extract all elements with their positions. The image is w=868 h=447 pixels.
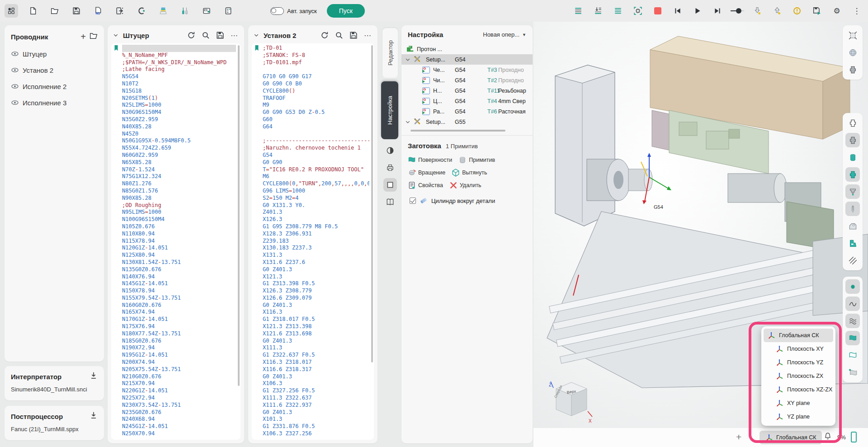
part-outline-icon[interactable] (845, 116, 860, 130)
code-line[interactable]: N55X4.724Z2.659 (122, 145, 236, 152)
zoom-in-button[interactable]: + (736, 432, 741, 442)
code-line[interactable]: X121.3 (263, 273, 369, 281)
code-line[interactable]: G0 Z401.3 (263, 373, 369, 381)
expand-chevron-icon[interactable] (405, 57, 410, 62)
vertical-scrollbar[interactable] (238, 45, 240, 386)
machine-teal-icon[interactable] (845, 236, 860, 250)
new-file-icon[interactable] (26, 4, 40, 18)
code-line[interactable]: G60 (263, 116, 369, 123)
code-line[interactable]: N175X76.94 (122, 323, 236, 330)
code-line[interactable] (263, 131, 369, 138)
code-line[interactable]: N135G0Z0.676 (122, 266, 236, 273)
code-line[interactable]: N205X75.54Z-13.751 (122, 366, 236, 373)
code-line[interactable]: N125X80.94 (122, 252, 236, 259)
code-line[interactable]: G0 G90 G53 D0 Z-0.5 (263, 109, 369, 116)
code-line[interactable]: N50G1G95X-0.594M8F0.5 (122, 137, 236, 145)
nc-file-icon[interactable] (91, 4, 105, 18)
horizontal-scrollbar[interactable] (410, 130, 505, 132)
code-line[interactable]: N235G0Z0.676 (122, 409, 236, 416)
gcode-text[interactable]: ;TD-01;STANOK: FS-8;TD-0101.mpf G710 G0 … (263, 45, 369, 439)
code-line[interactable]: N25LIMS=1000 (122, 102, 236, 109)
code-line[interactable]: CYCLE800() (263, 88, 369, 95)
drill-icon[interactable] (845, 202, 860, 216)
notifications-bell-icon[interactable] (824, 432, 832, 442)
code-line[interactable]: X126.6 Z309.079 (263, 295, 369, 302)
code-line[interactable]: N185G0Z0.676 (122, 338, 236, 345)
code-line[interactable]: Z239.183 (263, 238, 369, 245)
book-icon[interactable] (383, 195, 397, 209)
code-line[interactable]: N80Z1.276 (122, 180, 236, 188)
view-cube[interactable]: Верх Спереди Z X (549, 379, 594, 428)
goto-line-icon[interactable] (591, 4, 605, 18)
code-line[interactable]: X111.6 Z322.937 (263, 402, 369, 409)
square-icon[interactable] (383, 178, 397, 192)
gear-frame-icon[interactable] (631, 4, 645, 18)
list-panel-icon[interactable] (222, 4, 235, 18)
wave-icon[interactable] (845, 296, 860, 311)
visibility-eye-icon[interactable] (11, 99, 19, 107)
code-line[interactable]: N200X74.94 (122, 359, 236, 366)
coordinate-system-button[interactable]: Глобальная СК (760, 431, 822, 444)
cs-menu-item[interactable]: Плоскость XZ-ZX (764, 383, 833, 396)
code-line[interactable]: G54 (263, 152, 369, 159)
code-line[interactable]: N170G1Z-14.051 (122, 316, 236, 323)
tab-settings[interactable]: Настройка (381, 81, 398, 139)
save-run-icon[interactable] (810, 4, 824, 18)
explorer-item[interactable]: Исполнение 2 (11, 82, 98, 90)
code-line[interactable]: G64 (263, 123, 369, 131)
printer-icon[interactable] (383, 161, 397, 174)
add-item-button[interactable]: + (77, 32, 90, 41)
operation-row[interactable]: GН...G54T#11Резьбонар (401, 85, 533, 96)
visibility-eye-icon[interactable] (11, 50, 19, 58)
regenerate-icon[interactable] (320, 30, 330, 40)
upload-warning-icon[interactable] (770, 4, 784, 18)
code-line[interactable]: G1 Z313.398 F0.5 (263, 280, 369, 287)
flag-outline-icon[interactable] (845, 348, 860, 362)
code-line[interactable]: N85G0Z1.576 (122, 188, 236, 195)
auto-run-toggle[interactable] (270, 7, 284, 15)
stock-flag-teal-button[interactable]: Поверхности (408, 156, 452, 164)
more-options-icon[interactable]: ⋯ (363, 30, 372, 41)
code-line[interactable]: G0 G90 (263, 159, 369, 166)
code-line[interactable]: X106.3 Z327.256 (263, 430, 369, 438)
cs-menu-item[interactable]: XY plane (764, 396, 833, 410)
code-line[interactable]: G1 Z318.017 F0.5 (263, 316, 369, 323)
play-icon[interactable] (691, 4, 704, 18)
code-line[interactable]: G0 Z401.3 (263, 266, 369, 273)
visibility-eye-icon[interactable] (11, 66, 19, 74)
code-line[interactable]: N30G96S150M4 (122, 109, 236, 116)
cylinder-teal-icon[interactable] (845, 150, 860, 165)
code-line[interactable]: N40X85.28 (122, 123, 236, 131)
code-line[interactable]: G96 LIMS=1000 (263, 188, 369, 195)
interpreter-download-icon[interactable] (90, 372, 98, 381)
code-line[interactable]: N145G1Z-14.051 (122, 280, 236, 287)
machine-head-icon[interactable] (845, 219, 860, 233)
vertical-scrollbar[interactable] (371, 45, 373, 362)
code-line[interactable]: N180X77.54Z-13.751 (122, 330, 236, 338)
code-line[interactable]: X131.3 (263, 252, 369, 259)
lines-teal-icon[interactable] (611, 4, 625, 18)
code-line[interactable]: ;STANOK: FS-8 (263, 52, 369, 59)
stock-props-button[interactable]: Свойства (408, 181, 443, 189)
code-line[interactable]: ;Lathe facing (122, 66, 236, 73)
cs-menu-item[interactable]: Глобальная СК (764, 329, 833, 342)
code-line[interactable]: N105Z0.676 (122, 223, 236, 231)
code-line[interactable]: N75G1X12.324 (122, 173, 236, 180)
download-warning-icon[interactable] (750, 4, 764, 18)
cs-menu-item[interactable]: YZ plane (764, 410, 833, 423)
postprocessor-file[interactable]: Fanuc (21i)_TurnMill.sppx (11, 426, 98, 433)
operation-row[interactable]: GЧи...G54T#2Проходно (401, 75, 533, 85)
code-line[interactable]: TRAFOOF (263, 95, 369, 102)
code-line[interactable]: X121.3 Z313.398 (263, 323, 369, 330)
operation-row[interactable]: Протон ... (401, 44, 533, 54)
save-icon[interactable] (70, 4, 83, 18)
postprocessor-download-icon[interactable] (90, 411, 98, 421)
apps-grid-icon[interactable] (5, 4, 18, 18)
code-line[interactable]: X116.3 (263, 309, 369, 316)
code-line[interactable]: N100G96S150M4 (122, 216, 236, 223)
new-operation-dropdown[interactable]: Новая опер...▼ (483, 31, 526, 38)
code-line[interactable]: G0 Z401.3 (263, 338, 369, 345)
code-line[interactable]: ;TD-01 (263, 45, 369, 52)
regenerate-icon[interactable] (186, 30, 196, 40)
code-line[interactable]: N20SETMS(1) (122, 95, 236, 102)
